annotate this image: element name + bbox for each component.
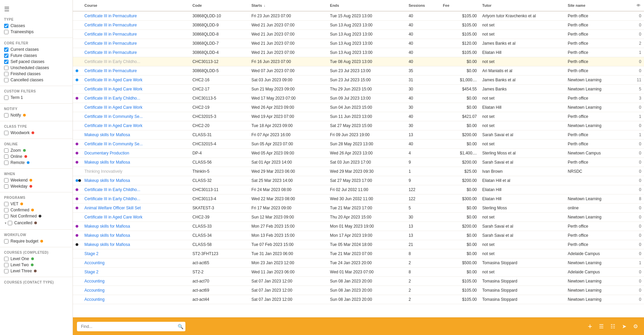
row-site[interactable]: Perth office — [565, 222, 634, 231]
table-row[interactable]: Certificate III in Permaculture30868QLDD… — [73, 39, 644, 48]
search-input[interactable] — [77, 322, 185, 331]
row-code[interactable]: ThinkIn-5 — [190, 167, 249, 176]
row-tutor[interactable]: not set — [480, 21, 565, 30]
sidebar-item-unscheduled[interactable]: Unscheduled classes — [4, 65, 68, 71]
row-course[interactable]: Certificate III in Permaculture — [82, 66, 190, 76]
row-starts[interactable]: Tue 31 Jan 2023 06:00 — [249, 249, 327, 258]
row-tutor[interactable]: Tomasina Stoppard — [480, 295, 565, 304]
row-course[interactable]: Certificate III in Aged Care Work — [82, 103, 190, 112]
row-site[interactable]: Adelaide Campus — [565, 268, 634, 277]
row-code[interactable]: CHC30113-12 — [190, 57, 249, 66]
row-fee[interactable]: $0.00 — [440, 140, 480, 149]
row-code[interactable]: ST2-3FHT123 — [190, 249, 249, 258]
row-fee[interactable]: $105.00 — [440, 30, 480, 39]
table-row[interactable]: Makeup skills for MafiosaCLASS-32Sat 25 … — [73, 176, 644, 185]
table-row[interactable]: Certificate III in Early Childho...CHC30… — [73, 194, 644, 204]
row-course[interactable]: Makeup skills for Mafiosa — [82, 231, 190, 240]
row-ends[interactable]: Tue 08 Aug 2023 13:00 — [327, 57, 406, 66]
programs-collapse-icon[interactable]: ▾ — [4, 221, 6, 225]
row-site[interactable]: Perth office — [565, 140, 634, 149]
row-code[interactable]: 30868QLDD-4 — [190, 48, 249, 57]
row-fee[interactable]: $0.00 — [440, 268, 480, 277]
table-row[interactable]: Animal Welfare Officer Skill SetSKATEST-… — [73, 204, 644, 213]
row-fee[interactable]: $300.00 — [440, 194, 480, 204]
row-course[interactable]: Accounting — [82, 286, 190, 295]
add-button[interactable]: + — [586, 321, 594, 332]
sidebar-item-self-paced[interactable]: Self paced classes — [4, 59, 68, 65]
row-fee[interactable]: $25.00 — [440, 167, 480, 176]
table-row[interactable]: Makeup skills for MafiosaCLASS-33Mon 27 … — [73, 222, 644, 231]
sidebar-item-confirmed[interactable]: Confirmed — [4, 207, 68, 213]
col-site[interactable]: Site name — [565, 0, 634, 11]
table-row[interactable]: Stage 2ST2-2Wed 11 Jan 2023 06:00Wed 01 … — [73, 268, 644, 277]
row-sessions[interactable]: 40 — [406, 30, 440, 39]
row-code[interactable]: CHC30113-5 — [190, 94, 249, 103]
sidebar-item-level-one[interactable]: Level One — [4, 256, 68, 262]
row-course[interactable]: Certificate III in Aged Care Work — [82, 213, 190, 222]
row-starts[interactable]: Fri 23 Jun 2023 07:00 — [249, 11, 327, 21]
table-container[interactable]: Course Code Starts ↓ Ends Sessions Fee T… — [73, 0, 644, 317]
row-code[interactable]: CHC30113-11 — [190, 185, 249, 194]
row-sessions[interactable]: 13 — [406, 231, 440, 240]
row-code[interactable]: CHC32015-4 — [190, 140, 249, 149]
col-sessions[interactable]: Sessions — [406, 0, 440, 11]
row-fee[interactable]: $0.00 — [440, 94, 480, 103]
row-sessions[interactable]: 40 — [406, 140, 440, 149]
row-site[interactable]: Perth office — [565, 112, 634, 121]
row-code[interactable]: CLASS-31 — [190, 130, 249, 140]
table-row[interactable]: Makeup skills for MafiosaCLASS-34Mon 13 … — [73, 231, 644, 240]
row-site[interactable]: Newtown Learning — [565, 194, 634, 204]
row-course[interactable]: Certificate III in Early Childho... — [82, 194, 190, 204]
row-starts[interactable]: Sat 01 Apr 2023 14:00 — [249, 158, 327, 167]
row-sessions[interactable]: 30 — [406, 103, 440, 112]
row-code[interactable]: CHC2-20 — [190, 121, 249, 130]
row-starts[interactable]: Fri 17 Mar 2023 09:00 — [249, 204, 327, 213]
row-tutor[interactable]: Eliatan Hill — [480, 185, 565, 194]
sidebar-item-remote[interactable]: Remote — [4, 160, 68, 166]
row-tutor[interactable]: Eliatan Hill et al — [480, 176, 565, 185]
row-ends[interactable]: Tue 21 Mar 2023 07:00 — [327, 249, 406, 258]
row-code[interactable]: CHC30113-4 — [190, 194, 249, 204]
row-fee[interactable]: $1,400.... — [440, 149, 480, 158]
sidebar-item-weekend[interactable]: Weekend — [4, 177, 68, 183]
row-ends[interactable]: Wed 29 Mar 2023 09:30 — [327, 167, 406, 176]
row-site[interactable]: Perth office — [565, 66, 634, 76]
row-sessions[interactable]: 40 — [406, 21, 440, 30]
table-row[interactable]: Accountingact-act70Sat 07 Jan 2023 12:00… — [73, 277, 644, 286]
row-site[interactable]: Adelaide Campus — [565, 249, 634, 258]
row-site[interactable]: Perth office — [565, 130, 634, 140]
table-row[interactable]: Certificate III in Early Childho...CHC30… — [73, 94, 644, 103]
row-ends[interactable]: Tue 21 Mar 2023 17:00 — [327, 204, 406, 213]
row-ends[interactable]: Sun 13 Aug 2023 13:00 — [327, 30, 406, 39]
row-code[interactable]: act-act44 — [190, 295, 249, 304]
row-site[interactable]: Perth office — [565, 94, 634, 103]
row-site[interactable]: Perth office — [565, 48, 634, 57]
table-row[interactable]: Certificate III in Permaculture30868QLDD… — [73, 21, 644, 30]
table-row[interactable]: Accountingact-act44Sat 07 Jan 2023 12:00… — [73, 295, 644, 304]
sidebar-item-finished[interactable]: Finished classes — [4, 71, 68, 77]
row-site[interactable]: Perth office — [565, 21, 634, 30]
sidebar-item-weekday[interactable]: Weekday — [4, 183, 68, 189]
table-row[interactable]: Certificate III in Community Se...CHC320… — [73, 140, 644, 149]
row-tutor[interactable]: James Banks et al — [480, 39, 565, 48]
row-fee[interactable]: $200.00 — [440, 158, 480, 167]
row-course[interactable]: Makeup skills for Mafiosa — [82, 130, 190, 140]
row-fee[interactable]: $421.07 — [440, 112, 480, 121]
sidebar-item-cancelled-programs[interactable]: Cancelled — [8, 220, 37, 226]
table-row[interactable]: Certificate III in Early Childho...CHC30… — [73, 185, 644, 194]
row-fee[interactable]: $500.00 — [440, 258, 480, 268]
table-row[interactable]: Accountingact-act65Mon 23 Jan 2023 12:00… — [73, 258, 644, 268]
row-fee[interactable]: $1,000.... — [440, 76, 480, 85]
row-tutor[interactable]: Tomasina Stoppard — [480, 258, 565, 268]
row-starts[interactable]: Mon 13 Feb 2023 15:00 — [249, 231, 327, 240]
row-course[interactable]: Stage 2 — [82, 249, 190, 258]
row-code[interactable]: act-act69 — [190, 286, 249, 295]
row-sessions[interactable]: 2 — [406, 286, 440, 295]
row-tutor[interactable]: not set — [480, 249, 565, 258]
col-code[interactable]: Code — [190, 0, 249, 11]
table-row[interactable]: Certificate III in Permaculture30868QLDD… — [73, 30, 644, 39]
col-tutor[interactable]: Tutor — [480, 0, 565, 11]
row-tutor[interactable]: Artyom tutor Kravchenko et al — [480, 11, 565, 21]
row-ends[interactable]: Sun 11 Jun 2023 13:00 — [327, 112, 406, 121]
row-fee[interactable]: $105.00 — [440, 286, 480, 295]
